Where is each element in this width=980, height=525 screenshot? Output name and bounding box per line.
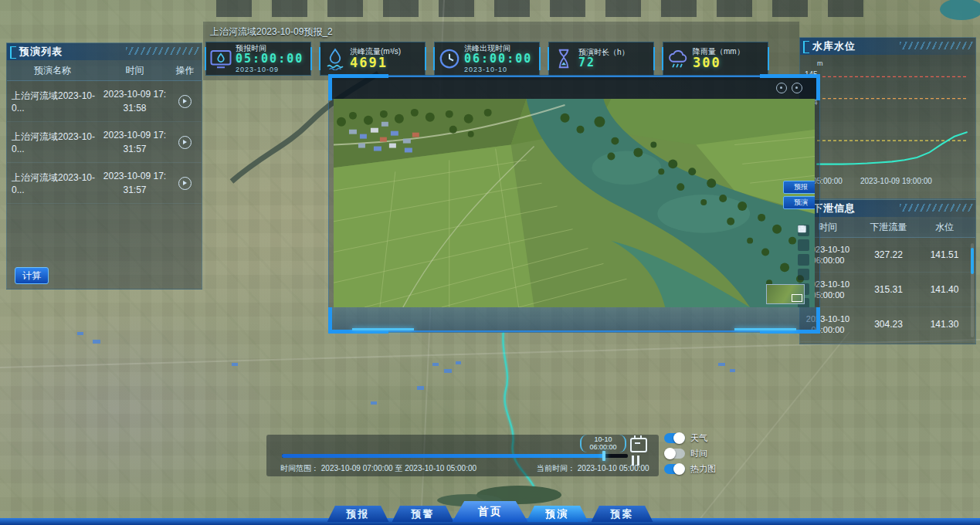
toggle-time[interactable]: 时间 [664,448,716,459]
calendar-button[interactable] [630,438,647,452]
forecast-time-icon [209,47,232,70]
scheme-title: 上治河流域2023-10-09预报_2 [210,25,333,39]
home-icon[interactable] [798,269,809,280]
toggle-label: 热力图 [690,463,716,475]
time-tooltip: 10-10 06:00:00 [580,435,626,452]
corner-accent [352,328,414,330]
table-row[interactable]: 上治河流域2023-10-0... 2023-10-09 17: 31:57 [7,163,202,204]
row-discharge: 315.31 [856,284,921,295]
flood-peak-flow-icon [324,47,347,70]
scrollbar[interactable] [971,243,974,337]
play-button[interactable] [178,95,192,108]
slider-fill [282,454,604,458]
tab-warning[interactable]: 预警 [392,506,454,522]
corner-bracket [328,307,332,334]
discharge-info-panel: 下泄信息 时间 下泄流量 水位 2023-10-10 06:00:00 327.… [799,199,976,344]
main-nav: 预报 预警 首页 预演 预案 [326,501,655,522]
row-level: 141.51 [921,249,968,260]
pause-button[interactable] [632,456,639,466]
card-value: 05:00:00 [236,52,303,66]
x-tick: 2023-10-09 19:00:00 [860,177,932,185]
col-time: 时间 [98,64,171,77]
row-time: 2023-10-09 17: 31:57 [98,128,171,156]
card-peak-time: 洪峰出现时间 06:00:00 2023-10-10 [434,42,540,76]
corner-bracket [328,74,332,100]
popup-rehearsal-button[interactable]: 预演 [783,196,815,209]
card-sub-date: 2023-10-10 [464,66,532,73]
toggle-label: 天气 [690,432,707,444]
table-header: 预演名称 时间 操作 [7,60,202,81]
play-button[interactable] [178,177,192,190]
row-name: 上治河流域2023-10-0... [7,130,98,154]
range-label: 时间范围： [280,464,319,472]
calculate-button[interactable]: 计算 [15,267,49,284]
card-value: 06:00:00 [464,52,532,66]
current-label: 当前时间： [537,464,575,472]
corner-bracket [760,74,820,78]
tab-forecast[interactable]: 预报 [327,506,389,522]
tab-plan[interactable]: 预案 [592,506,653,522]
row-discharge: 327.22 [856,249,921,260]
tooltip-date: 10-10 [582,435,625,443]
table-row[interactable]: 2023-10-10 05:00:00 315.31 141.40 [800,273,975,307]
overview-minimap[interactable] [766,284,805,304]
rehearsal-list-panel: 预演列表 预演名称 时间 操作 上治河流域2023-10-0... 2023-1… [6,42,202,290]
scene-render [334,99,815,307]
corner-bracket [816,74,820,100]
card-value: 300 [693,56,744,70]
tab-rehearsal[interactable]: 预演 [527,506,588,522]
flood-3d-scene[interactable]: 预报 预演 [334,99,815,307]
toggle-label: 时间 [690,448,707,459]
table-row[interactable]: 2023-10-10 04:00:00 304.23 141.30 [800,307,975,342]
corner-bracket [328,74,388,78]
time-switch[interactable] [664,449,685,459]
card-value: 4691 [350,56,401,70]
tab-home[interactable]: 首页 [453,501,528,522]
card-peak-flow: 洪峰流量(m³/s) 4691 [320,42,426,76]
table-row[interactable]: 上治河流域2023-10-0... 2023-10-09 17: 31:57 [7,122,202,163]
row-time: 2023-10-09 17: 31:58 [98,87,171,115]
card-duration: 预演时长（h） 72 [548,42,654,76]
card-rainfall: 降雨量（mm） 300 [663,42,768,76]
card-forecast-time: 预报时间 05:00:00 2023-10-09 [205,42,311,76]
timeline-slider[interactable] [282,454,628,458]
table-header: 时间 下泄流量 水位 [800,217,975,238]
locate-icon[interactable] [792,83,802,93]
toggle-heatmap[interactable]: 热力图 [664,463,716,475]
corner-bracket [816,307,820,334]
row-level: 141.40 [921,284,968,295]
clock-icon [438,47,461,70]
play-button[interactable] [178,136,192,149]
water-level-chart: m 145 144 05:00:00 2023-10-09 19:00:00 [805,58,971,194]
col-level: 水位 [921,221,968,234]
row-name: 上治河流域2023-10-0... [7,171,98,195]
cloud-icon[interactable] [798,239,809,251]
calendar-icon[interactable] [798,254,809,266]
heatmap-switch[interactable] [664,464,685,474]
compass-icon[interactable] [776,83,787,93]
popup-forecast-button[interactable]: 预报 [783,181,815,194]
hourglass-icon [552,47,575,70]
weather-switch[interactable] [664,433,685,443]
panel-title: 水库水位 [800,38,975,55]
line-chart [816,66,970,174]
toggle-weather[interactable]: 天气 [664,432,716,444]
simulation-popup: 预报 预演 [328,75,820,333]
layer-toggles: 天气 时间 热力图 [664,432,716,475]
table-row[interactable]: 上治河流域2023-10-0... 2023-10-09 17: 31:58 [7,81,202,122]
rainfall-icon [666,47,690,70]
timeline-bar: 10-10 06:00:00 时间范围： 2023-10-09 07:00:00… [266,435,659,476]
scrollbar-thumb[interactable] [971,248,974,274]
row-name: 上治河流域2023-10-0... [7,90,98,113]
row-discharge: 304.23 [856,319,921,330]
flood-dashboard: 上治河流域2023-10-09预报_2 预报时间 05:00:00 2023-1… [0,0,980,525]
card-value: 72 [578,56,629,69]
range-value: 2023-10-09 07:00:00 至 2023-10-10 05:00:0… [321,464,476,472]
stat-cards: 预报时间 05:00:00 2023-10-09 洪峰流量(m³/s) 4691 [205,42,768,76]
col-discharge: 下泄流量 [856,221,921,234]
table-row[interactable]: 2023-10-10 06:00:00 327.22 141.51 [800,238,975,273]
row-level: 141.30 [921,319,968,330]
time-range-text: 时间范围： 2023-10-09 07:00:00 至 2023-10-10 0… [280,463,476,474]
card-sub-date: 2023-10-09 [236,66,303,73]
slider-handle[interactable] [602,451,605,461]
